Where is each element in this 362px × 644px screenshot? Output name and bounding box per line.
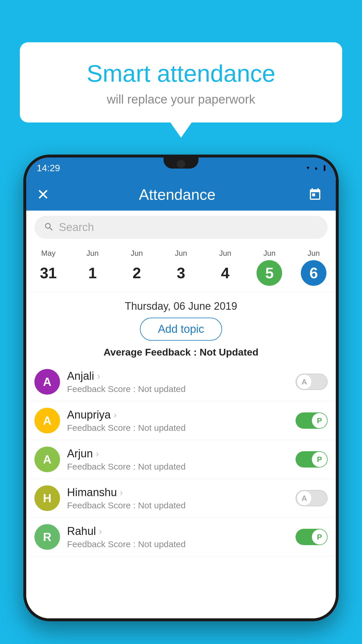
speech-bubble: Smart attendance will replace your paper…: [20, 42, 342, 123]
student-info: Anjali ›Feedback Score : Not updated: [67, 370, 289, 394]
wifi-icon: ▼: [306, 165, 310, 171]
feedback-score: Feedback Score : Not updated: [67, 384, 289, 394]
app-bar: ✕ Attendance: [26, 178, 336, 211]
attendance-toggle[interactable]: P: [296, 412, 328, 429]
bubble-subtitle: will replace your paperwork: [31, 92, 331, 106]
cal-month-label: Jun: [219, 249, 231, 258]
add-topic-button[interactable]: Add topic: [140, 318, 222, 341]
feedback-score: Feedback Score : Not updated: [67, 423, 289, 433]
phone-camera: [177, 160, 185, 168]
feedback-score: Feedback Score : Not updated: [67, 501, 289, 510]
content-area: Thursday, 06 June 2019 Add topic Average…: [26, 292, 336, 618]
search-input-placeholder: Search: [59, 221, 94, 234]
student-item[interactable]: AArjun ›Feedback Score : Not updatedP: [26, 440, 336, 479]
student-name: Rahul ›: [67, 525, 289, 538]
student-info: Anupriya ›Feedback Score : Not updated: [67, 409, 289, 433]
chevron-right-icon: ›: [120, 487, 123, 498]
cal-month-label: Jun: [131, 249, 143, 258]
feedback-score: Feedback Score : Not updated: [67, 462, 289, 472]
cal-month-label: May: [41, 249, 55, 258]
speech-bubble-container: Smart attendance will replace your paper…: [20, 42, 342, 123]
cal-date-number: 31: [36, 260, 61, 286]
student-item[interactable]: AAnjali ›Feedback Score : Not updatedA: [26, 363, 336, 401]
avatar: A: [34, 408, 60, 433]
cal-month-label: Jun: [175, 249, 187, 258]
search-bar[interactable]: Search: [34, 216, 328, 239]
calendar-day[interactable]: Jun6: [291, 249, 336, 286]
student-item[interactable]: AAnupriya ›Feedback Score : Not updatedP: [26, 401, 336, 440]
attendance-toggle[interactable]: P: [296, 529, 328, 545]
attendance-toggle[interactable]: P: [296, 451, 328, 468]
phone-outer: 14:29 ▼ ▲ ▐ ✕ Attendance: [23, 155, 339, 621]
student-name: Himanshu ›: [67, 486, 289, 499]
toggle-knob: P: [312, 529, 327, 545]
search-icon: [44, 222, 54, 233]
phone-container: 14:29 ▼ ▲ ▐ ✕ Attendance: [23, 155, 339, 644]
chevron-right-icon: ›: [97, 371, 100, 382]
cal-month-label: Jun: [87, 249, 99, 258]
student-info: Rahul ›Feedback Score : Not updated: [67, 525, 289, 549]
avatar: A: [34, 369, 60, 395]
toggle-absent[interactable]: A: [296, 374, 328, 390]
toggle-present[interactable]: P: [296, 451, 328, 468]
student-name: Anupriya ›: [67, 409, 289, 421]
cal-date-number: 3: [168, 260, 194, 286]
toggle-present[interactable]: P: [296, 412, 328, 429]
cal-month-label: Jun: [307, 249, 320, 258]
toggle-knob: P: [312, 452, 327, 467]
student-list: AAnjali ›Feedback Score : Not updatedAAA…: [26, 363, 336, 618]
calendar-strip: May31Jun1Jun2Jun3Jun4Jun5Jun6: [26, 244, 336, 292]
avatar: R: [34, 524, 60, 550]
close-button[interactable]: ✕: [37, 186, 50, 203]
calendar-day[interactable]: Jun3: [159, 249, 203, 286]
avatar: H: [34, 485, 60, 511]
student-info: Arjun ›Feedback Score : Not updated: [67, 447, 289, 472]
avg-feedback: Average Feedback : Not Updated: [26, 346, 336, 358]
student-item[interactable]: HHimanshu ›Feedback Score : Not updatedA: [26, 479, 336, 518]
cal-date-number: 4: [212, 260, 238, 286]
calendar-button[interactable]: [305, 184, 325, 205]
battery-icon: ▐: [322, 165, 325, 171]
attendance-toggle[interactable]: A: [296, 490, 328, 506]
status-icons: ▼ ▲ ▐: [306, 165, 325, 171]
student-name: Arjun ›: [67, 447, 289, 460]
toggle-absent[interactable]: A: [296, 490, 328, 506]
attendance-toggle[interactable]: A: [296, 374, 328, 390]
chevron-right-icon: ›: [99, 526, 102, 537]
calendar-day[interactable]: May31: [26, 249, 71, 286]
search-container: Search: [26, 211, 336, 244]
status-time: 14:29: [37, 163, 60, 174]
feedback-score: Feedback Score : Not updated: [67, 539, 289, 549]
phone-screen: 14:29 ▼ ▲ ▐ ✕ Attendance: [26, 158, 336, 618]
bubble-title: Smart attendance: [31, 60, 331, 87]
student-item[interactable]: RRahul ›Feedback Score : Not updatedP: [26, 518, 336, 556]
toggle-present[interactable]: P: [296, 529, 328, 545]
cal-month-label: Jun: [263, 249, 275, 258]
cal-date-number: 5: [256, 260, 282, 286]
toggle-knob: P: [312, 413, 327, 428]
selected-date: Thursday, 06 June 2019: [26, 292, 336, 318]
student-name: Anjali ›: [67, 370, 289, 382]
signal-icon: ▲: [314, 165, 319, 171]
toggle-knob: A: [297, 374, 312, 389]
calendar-day[interactable]: Jun5: [247, 249, 292, 286]
toggle-knob: A: [297, 491, 312, 506]
student-info: Himanshu ›Feedback Score : Not updated: [67, 486, 289, 510]
avatar: A: [34, 447, 60, 472]
cal-date-number: 6: [301, 260, 326, 286]
chevron-right-icon: ›: [114, 410, 117, 420]
cal-date-number: 2: [124, 260, 150, 286]
cal-date-number: 1: [80, 260, 106, 286]
calendar-day[interactable]: Jun2: [115, 249, 159, 286]
calendar-day[interactable]: Jun1: [71, 249, 115, 286]
app-title: Attendance: [139, 186, 215, 203]
chevron-right-icon: ›: [96, 448, 99, 459]
calendar-day[interactable]: Jun4: [203, 249, 247, 286]
